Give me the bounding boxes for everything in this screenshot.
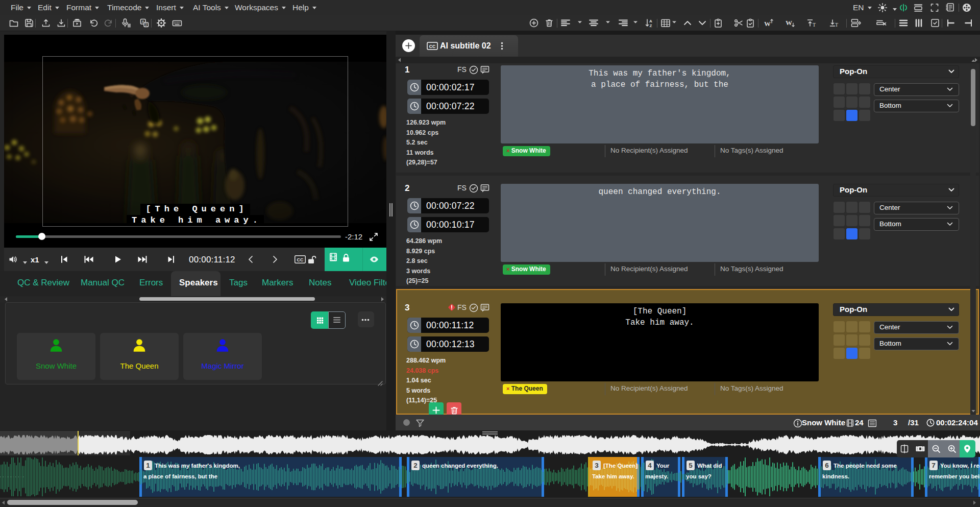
svg-text:Z: Z [650, 23, 652, 28]
svg-text:A: A [649, 19, 652, 23]
svg-text:W: W [764, 20, 771, 28]
svg-text:文: 文 [144, 22, 148, 27]
svg-text:W: W [786, 19, 792, 27]
svg-text:T: T [835, 22, 838, 28]
svg-text:CC: CC [429, 44, 435, 49]
svg-text:T: T [813, 22, 816, 28]
svg-text:CC: CC [297, 257, 304, 262]
